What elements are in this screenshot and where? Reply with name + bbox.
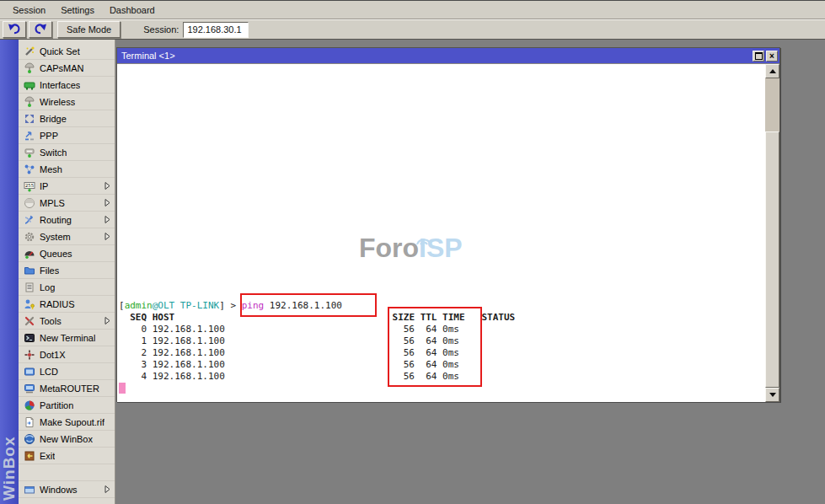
sidebar-item-label: Switch (40, 147, 67, 158)
sidebar-item-label: Routing (40, 215, 72, 225)
sidebar-item-label: Windows (40, 485, 78, 495)
safe-mode-button[interactable]: Safe Mode (57, 21, 121, 38)
undo-button[interactable] (3, 21, 26, 38)
toolbar: Safe Mode Session: 192.168.30.1 (0, 19, 825, 40)
lcd-screen-icon (24, 366, 35, 378)
winbox-app: Session Settings Dashboard Safe Mode Ses… (0, 0, 825, 504)
session-input[interactable]: 192.168.30.1 (183, 22, 249, 38)
sidebar-item-tools[interactable]: Tools (19, 313, 115, 330)
sidebar-item-label: Partition (40, 400, 73, 410)
queues-gauge-icon (24, 248, 35, 260)
sidebar-item-label: MPLS (40, 198, 65, 208)
sidebar-item-label: New WinBox (40, 434, 93, 444)
sidebar-menu-list: Quick SetCAPsMANInterfacesWirelessBridge… (19, 40, 115, 504)
maximize-icon (755, 52, 763, 60)
exit-door-icon (24, 450, 35, 462)
windows-icon (24, 484, 35, 496)
sidebar-item-label: IP (40, 181, 48, 191)
terminal-title: Terminal <1> (121, 51, 175, 61)
terminal-ping-row: 1 192.168.1.100 56 64 0ms (119, 335, 515, 347)
terminal-cursor (119, 383, 126, 394)
sidebar-item-partition[interactable]: Partition (19, 397, 115, 414)
metarouter-icon (24, 383, 35, 394)
system-gear-icon (24, 231, 35, 243)
sidebar-item-label: MetaROUTER (40, 383, 99, 394)
sidebar-item-ppp[interactable]: PPP (19, 127, 115, 144)
redo-button[interactable] (29, 21, 52, 38)
mesh-nodes-icon (24, 164, 35, 175)
sidebar-item-routing[interactable]: Routing (19, 212, 115, 228)
terminal-ping-row: 2 192.168.1.100 56 64 0ms (119, 347, 515, 359)
partition-pie-icon (24, 399, 35, 411)
scroll-up-button[interactable] (765, 64, 779, 78)
main-area: WinBox Quick SetCAPsMANInterfacesWireles… (0, 40, 825, 504)
mpls-sphere-icon (24, 197, 35, 209)
submenu-arrow-icon (104, 199, 110, 206)
sidebar-item-radius[interactable]: RADIUS (19, 296, 115, 313)
scrollbar-thumb[interactable] (765, 131, 779, 388)
sidebar-item-label: Log (40, 282, 55, 292)
sidebar-item-metarouter[interactable]: MetaROUTER (19, 380, 115, 397)
submenu-arrow-icon (104, 233, 110, 240)
network-card-icon (24, 79, 35, 91)
sidebar-item-ip[interactable]: 255IP (19, 178, 115, 195)
log-list-icon (24, 281, 35, 293)
magic-wand-icon (24, 46, 35, 57)
desktop: Terminal <1> × ForoISP [admin@OLT TP-LIN… (115, 40, 825, 504)
menu-dashboard[interactable]: Dashboard (102, 3, 163, 18)
terminal-titlebar[interactable]: Terminal <1> × (117, 48, 779, 63)
arrow-down-icon (769, 393, 776, 397)
sidebar-item-dot1x[interactable]: Dot1X (19, 346, 115, 363)
sidebar-item-windows[interactable]: Windows (19, 481, 115, 498)
sidebar-item-label: Make Supout.rif (40, 417, 104, 427)
sidebar-item-new-winbox[interactable]: New WinBox (19, 431, 115, 448)
submenu-arrow-icon (104, 317, 110, 324)
sidebar-item-quick-set[interactable]: Quick Set (19, 43, 115, 60)
sidebar-item-label: System (40, 232, 71, 242)
terminal-content[interactable]: ForoISP [admin@OLT TP-LINK] > ping 192.1… (117, 63, 779, 402)
sidebar-item-make-supout-rif[interactable]: Make Supout.rif (19, 414, 115, 431)
sidebar: WinBox Quick SetCAPsMANInterfacesWireles… (0, 40, 115, 504)
sidebar-item-mpls[interactable]: MPLS (19, 195, 115, 212)
sidebar-item-new-terminal[interactable]: New Terminal (19, 330, 115, 346)
sidebar-item-capsman[interactable]: CAPsMAN (19, 60, 115, 77)
terminal-icon (24, 332, 35, 344)
sidebar-item-system[interactable]: System (19, 228, 115, 245)
sidebar-item-interfaces[interactable]: Interfaces (19, 77, 115, 94)
sidebar-item-label: Quick Set (40, 46, 80, 56)
maximize-button[interactable] (753, 51, 764, 62)
bridge-arrows-icon (24, 113, 35, 125)
sidebar-item-label: Exit (40, 451, 55, 461)
dot1x-icon (24, 349, 35, 361)
wireless-antenna-icon (24, 96, 35, 108)
antenna-icon (24, 62, 35, 74)
menu-settings[interactable]: Settings (53, 3, 102, 18)
sidebar-item-label: Wireless (40, 97, 75, 107)
wifi-arcs-icon (413, 222, 435, 253)
session-label: Session: (143, 24, 179, 35)
sidebar-item-label: RADIUS (40, 299, 75, 309)
supout-file-icon (24, 416, 35, 428)
sidebar-item-label: Queues (40, 249, 72, 259)
sidebar-item-label: Interfaces (40, 80, 80, 90)
sidebar-item-files[interactable]: Files (19, 262, 115, 279)
winbox-globe-icon (24, 433, 35, 445)
tools-icon (24, 315, 35, 327)
sidebar-item-exit[interactable]: Exit (19, 448, 115, 464)
sidebar-item-lcd[interactable]: LCD (19, 363, 115, 380)
sidebar-item-mesh[interactable]: Mesh (19, 161, 115, 178)
svg-text:255: 255 (25, 183, 34, 188)
scroll-down-button[interactable] (765, 388, 779, 402)
sidebar-item-log[interactable]: Log (19, 279, 115, 296)
close-button[interactable]: × (766, 51, 778, 62)
sidebar-item-switch[interactable]: Switch (19, 144, 115, 161)
submenu-arrow-icon (104, 182, 110, 190)
sidebar-item-wireless[interactable]: Wireless (19, 94, 115, 110)
arrow-up-icon (769, 69, 776, 73)
menu-session[interactable]: Session (5, 3, 53, 18)
sidebar-item-queues[interactable]: Queues (19, 245, 115, 262)
scrollbar[interactable] (765, 64, 779, 402)
sidebar-item-bridge[interactable]: Bridge (19, 110, 115, 127)
terminal-header-line: SEQ HOST SIZE TTL TIME STATUS (119, 312, 515, 324)
sidebar-brand-strip: WinBox (0, 40, 19, 504)
